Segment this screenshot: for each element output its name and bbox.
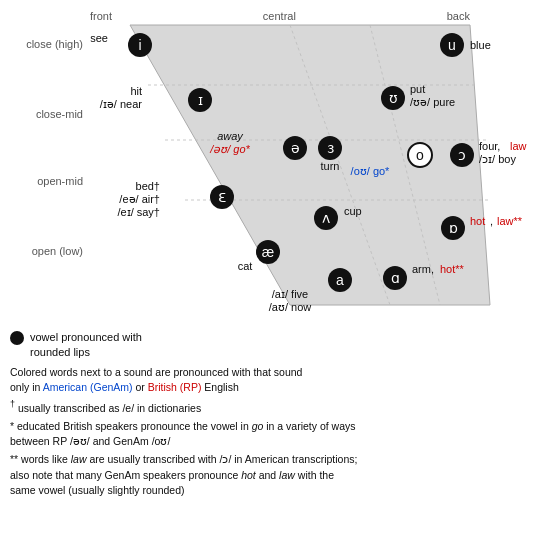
svg-text:ɒ: ɒ bbox=[449, 220, 458, 236]
svg-text:o: o bbox=[416, 147, 424, 163]
svg-text:ɜ: ɜ bbox=[327, 140, 334, 156]
svg-text:ɔ: ɔ bbox=[458, 147, 466, 163]
footnote-colored: Colored words next to a sound are pronou… bbox=[10, 365, 550, 395]
svg-text:/eə/ air†: /eə/ air† bbox=[119, 193, 160, 205]
legend-row: vowel pronounced withrounded lips bbox=[10, 330, 550, 361]
svg-text:u: u bbox=[448, 37, 456, 53]
legend-text: vowel pronounced withrounded lips bbox=[30, 330, 142, 361]
footnote-star: * educated British speakers pronounce th… bbox=[10, 419, 550, 449]
svg-text:bed†: bed† bbox=[136, 180, 160, 192]
svg-text:/ɔɪ/ boy: /ɔɪ/ boy bbox=[479, 153, 516, 165]
svg-text:cat: cat bbox=[238, 260, 253, 272]
svg-text:/eɪ/ say†: /eɪ/ say† bbox=[117, 206, 160, 218]
svg-text:ɑ: ɑ bbox=[391, 270, 400, 286]
british-link: British (RP) bbox=[148, 381, 202, 393]
svg-text:turn: turn bbox=[321, 160, 340, 172]
svg-text:put: put bbox=[410, 83, 425, 95]
svg-text:hot: hot bbox=[470, 215, 485, 227]
svg-text:ə: ə bbox=[291, 140, 300, 156]
svg-text:a: a bbox=[336, 272, 344, 288]
svg-text:/oʊ/ go*: /oʊ/ go* bbox=[351, 165, 391, 177]
svg-text:four,: four, bbox=[479, 140, 500, 152]
svg-text:/əʊ/ go*: /əʊ/ go* bbox=[209, 143, 250, 155]
svg-text:/ɪə/ near: /ɪə/ near bbox=[100, 98, 143, 110]
svg-text:ɛ: ɛ bbox=[218, 188, 227, 205]
legend-circle bbox=[10, 331, 24, 345]
footnote-dstar: ** words like law are usually transcribe… bbox=[10, 452, 550, 498]
svg-text:hot**: hot** bbox=[440, 263, 465, 275]
svg-text:i: i bbox=[138, 37, 141, 53]
svg-text:cup: cup bbox=[344, 205, 362, 217]
svg-text:/aʊ/ now: /aʊ/ now bbox=[269, 301, 312, 313]
svg-text:law**: law** bbox=[497, 215, 523, 227]
svg-text:away: away bbox=[217, 130, 244, 142]
svg-text:æ: æ bbox=[262, 244, 274, 260]
svg-text:hit: hit bbox=[130, 85, 142, 97]
svg-text:ʌ: ʌ bbox=[322, 210, 330, 226]
genAm-link: American (GenAm) bbox=[43, 381, 133, 393]
svg-text:,: , bbox=[490, 215, 493, 227]
svg-text:see: see bbox=[90, 32, 108, 44]
footnote-dagger: † usually transcribed as /e/ in dictiona… bbox=[10, 398, 550, 416]
svg-text:/ʊə/ pure: /ʊə/ pure bbox=[410, 96, 455, 108]
svg-marker-0 bbox=[130, 25, 490, 305]
vowel-chart: front central back close (high) close-mi… bbox=[0, 0, 560, 320]
svg-text:ʊ: ʊ bbox=[389, 90, 398, 106]
svg-text:law: law bbox=[510, 140, 527, 152]
legend-area: vowel pronounced withrounded lips Colore… bbox=[10, 330, 550, 501]
svg-text:blue: blue bbox=[470, 39, 491, 51]
svg-text:/aɪ/ five: /aɪ/ five bbox=[272, 288, 308, 300]
svg-text:ɪ: ɪ bbox=[198, 92, 203, 108]
vowel-chart-svg: i see u blue ɪ hit /ɪə/ near ʊ put /ʊə/ … bbox=[0, 0, 560, 325]
svg-text:arm,: arm, bbox=[412, 263, 434, 275]
